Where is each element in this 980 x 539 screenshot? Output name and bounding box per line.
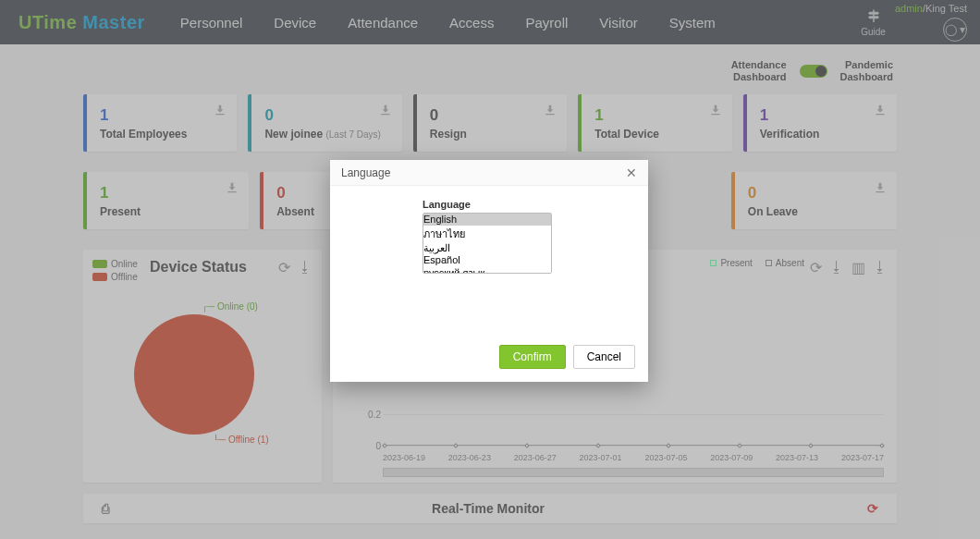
language-field-label: Language: [423, 199, 635, 210]
cancel-button[interactable]: Cancel: [573, 345, 635, 369]
close-icon[interactable]: ✕: [626, 165, 637, 180]
language-select[interactable]: EnglishภาษาไทยالعربيةEspañolрусский язык…: [423, 213, 552, 274]
modal-header: Language ✕: [330, 160, 648, 186]
confirm-button[interactable]: Confirm: [499, 345, 566, 369]
modal-title: Language: [341, 166, 390, 179]
language-modal: Language ✕ Language Englishภาษาไทยالعربي…: [330, 160, 648, 382]
